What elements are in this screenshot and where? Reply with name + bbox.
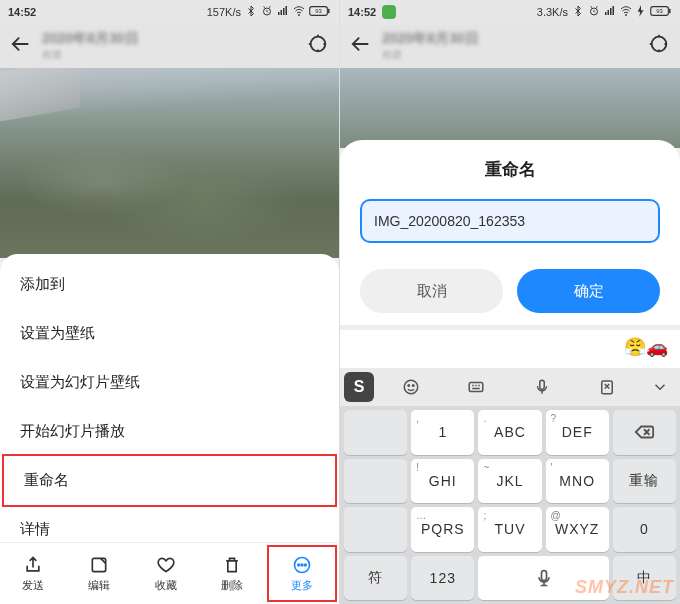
status-time: 14:52 (348, 6, 376, 18)
rename-input[interactable] (360, 199, 660, 243)
svg-rect-22 (669, 9, 670, 13)
toolbar-edit[interactable]: 编辑 (66, 543, 132, 604)
toolbar-send[interactable]: 发送 (0, 543, 66, 604)
bluetooth-icon (245, 5, 257, 19)
header-title-block: 2020年8月30日 相册 (42, 30, 297, 62)
mic-icon (534, 568, 554, 588)
phone-screen-left: 14:52 157K/s 93 2020年8月30日 相册 添加到 设置为壁纸 … (0, 0, 340, 604)
share-icon (23, 555, 43, 575)
menu-set-wallpaper[interactable]: 设置为壁纸 (0, 309, 339, 358)
heart-icon (156, 555, 176, 575)
menu-add-to[interactable]: 添加到 (0, 260, 339, 309)
key-mno[interactable]: 'MNO (546, 459, 609, 504)
back-icon[interactable] (10, 33, 32, 59)
sogou-logo-icon[interactable]: S (344, 372, 374, 402)
key-123[interactable]: 123 (411, 556, 474, 601)
confirm-button[interactable]: 确定 (517, 269, 660, 313)
svg-rect-3 (283, 8, 285, 15)
emoji-suggestion[interactable]: 😤🚗 (624, 336, 668, 358)
header: 2020年8月30日 相册 (0, 24, 339, 68)
lock-badge-icon (382, 5, 396, 19)
dialog-title: 重命名 (360, 158, 660, 181)
svg-point-26 (408, 385, 410, 387)
voice-icon[interactable] (509, 378, 575, 396)
key-def[interactable]: ?DEF (546, 410, 609, 455)
key-ghi[interactable]: !GHI (411, 459, 474, 504)
key-blank[interactable] (344, 459, 407, 504)
key-blank[interactable] (344, 410, 407, 455)
key-backspace[interactable] (613, 410, 676, 455)
svg-rect-18 (610, 8, 612, 15)
emoji-icon[interactable] (378, 378, 444, 396)
charging-icon (636, 5, 646, 19)
back-icon[interactable] (350, 33, 372, 59)
toolbar-delete[interactable]: 删除 (199, 543, 265, 604)
menu-start-slideshow[interactable]: 开始幻灯片播放 (0, 407, 339, 456)
bluetooth-icon (572, 5, 584, 19)
wifi-icon (620, 5, 632, 19)
key-abc[interactable]: .ABC (478, 410, 541, 455)
battery-icon: 93 (309, 5, 331, 19)
svg-rect-19 (613, 6, 615, 15)
header-subtitle: 相册 (382, 48, 638, 62)
photo-preview (340, 68, 680, 148)
keyboard-switch-icon[interactable] (444, 378, 510, 396)
key-jkl[interactable]: ~JKL (478, 459, 541, 504)
header-title-block: 2020年8月30日 相册 (382, 30, 638, 62)
svg-rect-4 (286, 6, 288, 15)
key-pqrs[interactable]: …PQRS (411, 507, 474, 552)
key-1[interactable]: ,1 (411, 410, 474, 455)
svg-point-20 (626, 15, 627, 16)
key-符[interactable]: 符 (344, 556, 407, 601)
edit-icon (89, 555, 109, 575)
key-blank[interactable] (344, 507, 407, 552)
key-重输[interactable]: 重输 (613, 459, 676, 504)
keyboard: 😤🚗 S ,1.ABC?DEF!GHI~JKL'MNO重输…PQRS;TUV@W… (340, 330, 680, 604)
svg-rect-31 (541, 570, 546, 580)
status-bar: 14:52 157K/s 93 (0, 0, 339, 24)
alarm-icon (261, 5, 273, 19)
status-speed: 3.3K/s (537, 6, 568, 18)
status-bar: 14:52 3.3K/s 93 (340, 0, 680, 24)
trash-icon (222, 555, 242, 575)
svg-point-27 (412, 385, 414, 387)
sync-icon[interactable] (307, 33, 329, 59)
svg-rect-2 (281, 10, 283, 15)
svg-point-5 (299, 15, 300, 16)
sync-icon[interactable] (648, 33, 670, 59)
cancel-button[interactable]: 取消 (360, 269, 503, 313)
toolbar-favorite[interactable]: 收藏 (132, 543, 198, 604)
svg-point-24 (652, 37, 667, 52)
more-menu-sheet: 添加到 设置为壁纸 设置为幻灯片壁纸 开始幻灯片播放 重命名 详情 发送 编辑 … (0, 254, 339, 604)
svg-rect-17 (608, 10, 610, 15)
status-speed: 157K/s (207, 6, 241, 18)
alarm-icon (588, 5, 600, 19)
more-icon (292, 555, 312, 575)
key-0[interactable]: 0 (613, 507, 676, 552)
svg-rect-16 (605, 12, 607, 15)
key-中[interactable]: 中 (613, 556, 676, 601)
svg-point-13 (301, 564, 303, 566)
svg-point-14 (304, 564, 306, 566)
svg-rect-7 (328, 9, 329, 13)
chevron-down-icon[interactable] (640, 378, 680, 396)
svg-text:93: 93 (656, 8, 663, 14)
menu-rename[interactable]: 重命名 (2, 454, 337, 507)
signal-icon (277, 5, 289, 19)
keyboard-suggestion-bar[interactable]: 😤🚗 (340, 330, 680, 368)
photo-preview[interactable] (0, 68, 339, 258)
menu-set-slideshow-wallpaper[interactable]: 设置为幻灯片壁纸 (0, 358, 339, 407)
signal-icon (604, 5, 616, 19)
header-title: 2020年8月30日 (382, 30, 638, 48)
svg-text:93: 93 (315, 8, 322, 14)
svg-rect-30 (602, 381, 613, 394)
key-space[interactable] (478, 556, 608, 601)
bottom-toolbar: 发送 编辑 收藏 删除 更多 (0, 542, 339, 604)
header-title: 2020年8月30日 (42, 30, 297, 48)
clipboard-icon[interactable] (575, 378, 641, 396)
key-wxyz[interactable]: @WXYZ (546, 507, 609, 552)
backspace-icon (633, 421, 655, 443)
key-tuv[interactable]: ;TUV (478, 507, 541, 552)
toolbar-more[interactable]: 更多 (267, 545, 337, 602)
svg-rect-28 (470, 383, 484, 392)
